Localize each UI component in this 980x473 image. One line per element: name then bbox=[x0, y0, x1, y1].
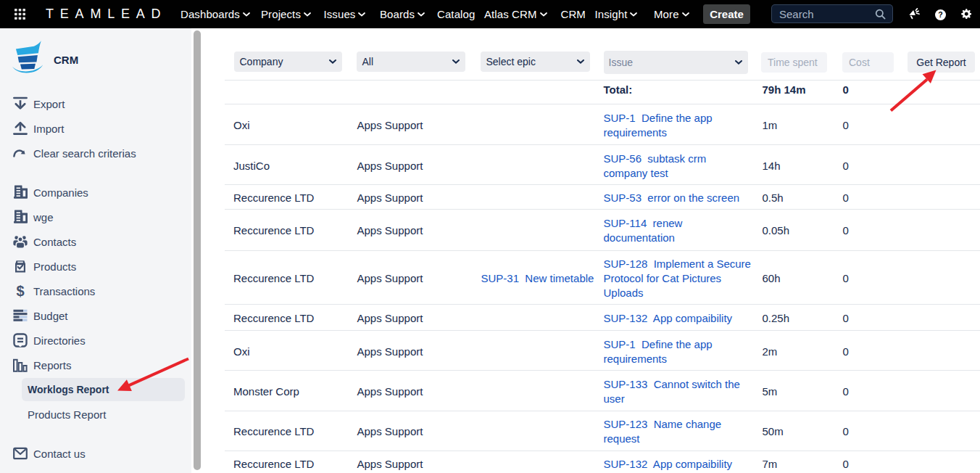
svg-text:?: ? bbox=[938, 10, 942, 19]
